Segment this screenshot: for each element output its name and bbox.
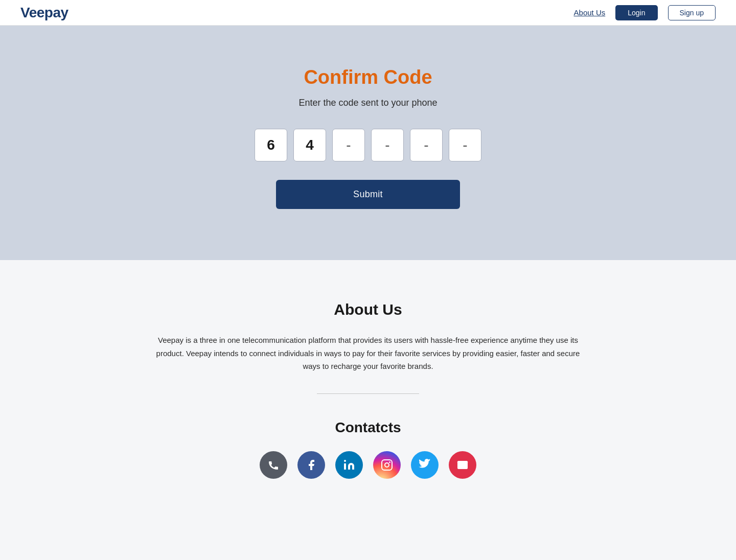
svg-point-2 <box>385 463 389 467</box>
svg-point-3 <box>389 461 390 463</box>
svg-rect-1 <box>382 460 392 470</box>
twitter-icon[interactable] <box>411 451 439 479</box>
submit-button[interactable]: Submit <box>276 180 460 209</box>
confirm-code-title: Confirm Code <box>304 66 432 88</box>
about-description: Veepay is a three in one telecommunicati… <box>148 334 588 373</box>
code-digit-5[interactable]: - <box>410 129 443 161</box>
logo-area: Veepay <box>20 5 68 21</box>
about-section: About Us Veepay is a three in one teleco… <box>0 260 736 530</box>
navbar: Veepay About Us Login Sign up <box>0 0 736 26</box>
code-digit-2[interactable]: 4 <box>293 129 326 161</box>
logo: Veepay <box>20 5 68 21</box>
social-icons-group <box>260 451 476 479</box>
section-divider <box>317 393 419 394</box>
hero-section: Confirm Code Enter the code sent to your… <box>0 26 736 260</box>
navbar-actions: About Us Login Sign up <box>574 5 716 20</box>
code-digit-4[interactable]: - <box>371 129 404 161</box>
linkedin-icon[interactable] <box>335 451 363 479</box>
code-digit-1[interactable]: 6 <box>255 129 287 161</box>
about-us-link[interactable]: About Us <box>574 8 606 17</box>
contacts-title: Contatcts <box>335 419 401 436</box>
about-title: About Us <box>334 301 402 318</box>
code-digit-6[interactable]: - <box>449 129 481 161</box>
login-button[interactable]: Login <box>615 5 657 20</box>
email-icon[interactable] <box>449 451 476 479</box>
confirm-subtitle: Enter the code sent to your phone <box>298 98 437 108</box>
signup-button[interactable]: Sign up <box>668 5 716 20</box>
phone-icon[interactable] <box>260 451 287 479</box>
instagram-icon[interactable] <box>373 451 401 479</box>
facebook-icon[interactable] <box>297 451 325 479</box>
code-input-group: 6 4 - - - - <box>255 129 481 161</box>
code-digit-3[interactable]: - <box>332 129 365 161</box>
svg-point-0 <box>344 460 346 462</box>
